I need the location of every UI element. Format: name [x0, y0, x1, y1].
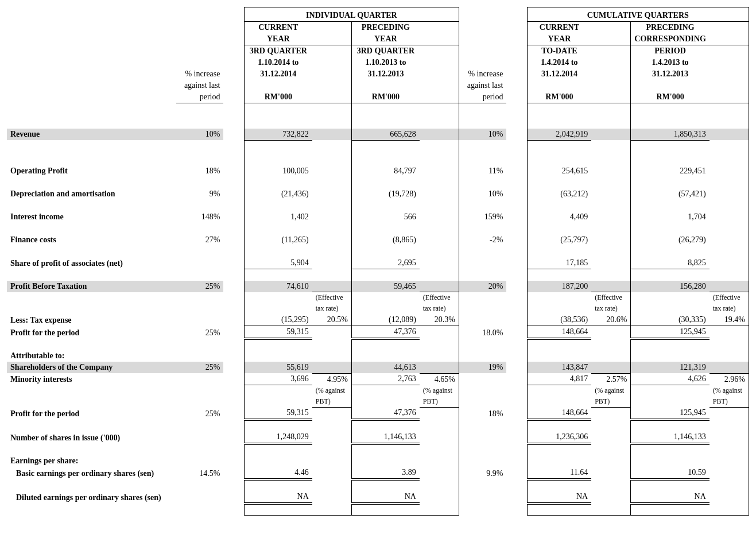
row-profit-period: Profit for the period 25% 59,315 47,376 …	[7, 326, 749, 339]
profit-cum-prec: 125,945	[631, 326, 710, 339]
header-ind-curr-range2: 31.12.2014	[244, 68, 312, 80]
row-revenue: Revenue 10% 732,822 665,628 10% 2,042,91…	[7, 129, 749, 141]
op-profit-cum-curr: 254,615	[527, 165, 591, 177]
header-against-last: against last	[176, 80, 224, 91]
profit-pct-ind: 25%	[176, 326, 224, 339]
sh-pct-ind: 25%	[176, 362, 224, 373]
header-cum-curr-range1: 1.4.2014 to	[527, 57, 591, 68]
op-profit-ind-prec: 84,797	[351, 165, 419, 177]
header-cum-prec-range2: 31.12.2013	[631, 68, 710, 80]
row-operating-profit: Operating Profit 18% 100,005 84,797 11% …	[7, 165, 749, 177]
fin-pct-cum: -2%	[459, 234, 506, 246]
pbt-pct-ind: 25%	[176, 281, 224, 292]
header-rm000-2: RM'000	[351, 91, 419, 103]
header-current: CURRENT	[244, 22, 312, 34]
min-cum-curr: 4,817	[527, 373, 591, 385]
eff-tax-label-1b: tax rate)	[312, 303, 352, 314]
pbt-ind-prec: 59,465	[351, 281, 419, 292]
header-current-2: CURRENT	[527, 22, 591, 34]
header-3rd-quarter-2: 3RD QUARTER	[351, 45, 419, 57]
financial-statement-table: INDIVIDUAL QUARTER CUMULATIVE QUARTERS C…	[7, 7, 749, 516]
header-preceding-2: PRECEDING	[631, 22, 710, 34]
basic-eps-pct-ind: 14.5%	[176, 467, 224, 479]
tax-cum-curr-rate: 20.6%	[591, 314, 631, 326]
header-rm000-1: RM'000	[244, 91, 312, 103]
revenue-cum-curr: 2,042,919	[527, 129, 591, 141]
basic-eps-cum-prec: 10.59	[631, 467, 710, 479]
label-tax-expense: Less: Tax expense	[7, 314, 176, 326]
min-ind-curr: 3,696	[244, 373, 312, 385]
profit-cum-curr: 148,664	[527, 326, 591, 339]
header-rm000-3: RM'000	[527, 91, 591, 103]
profit2-pct-ind: 25%	[176, 407, 224, 420]
header-year-2: YEAR	[351, 33, 419, 45]
row-diluted-eps: Diluted earnings per ordinary shares (se…	[7, 491, 749, 504]
pct-against-2a: (% against	[420, 385, 459, 396]
row-finance-costs: Finance costs 27% (11,265) (8,865) -2% (…	[7, 234, 749, 246]
label-basic-eps: Basic earnings per ordinary shares (sen)	[7, 467, 176, 479]
profit-pct-cum: 18.0%	[459, 326, 506, 339]
row-depreciation: Depreciation and amortisation 9% (21,436…	[7, 188, 749, 200]
tax-ind-curr: (15,295)	[244, 314, 312, 326]
header-period-word: period	[176, 91, 224, 103]
header-3rd-quarter: 3RD QUARTER	[244, 45, 312, 57]
label-revenue: Revenue	[7, 129, 176, 141]
dep-ind-prec: (19,728)	[351, 188, 419, 200]
profit2-cum-prec: 125,945	[631, 407, 710, 420]
header-corresponding: CORRESPONDING	[631, 33, 710, 45]
int-ind-prec: 566	[351, 211, 419, 223]
row-interest-income: Interest income 148% 1,402 566 159% 4,40…	[7, 211, 749, 223]
dep-pct-ind: 9%	[176, 188, 224, 200]
op-profit-pct-cum: 11%	[459, 165, 506, 177]
pct-against-4b: PBT)	[710, 396, 749, 408]
shares-ind-prec: 1,146,133	[351, 431, 419, 444]
revenue-pct-ind: 10%	[176, 129, 224, 141]
tax-ind-prec-rate: 20.3%	[420, 314, 459, 326]
label-diluted-eps: Diluted earnings per ordinary shares (se…	[7, 491, 176, 504]
row-eps-label: Earnings per share:	[7, 455, 749, 467]
tax-ind-curr-rate: 20.5%	[312, 314, 352, 326]
row-tax-expense: Less: Tax expense (15,295) 20.5% (12,089…	[7, 314, 749, 326]
int-cum-curr: 4,409	[527, 211, 591, 223]
label-profit-period: Profit for the period	[7, 326, 176, 339]
profit2-cum-curr: 148,664	[527, 407, 591, 420]
revenue-ind-curr: 732,822	[244, 129, 312, 141]
header-period: PERIOD	[631, 45, 710, 57]
sh-cum-curr: 143,847	[527, 362, 591, 373]
pbt-ind-curr: 74,610	[244, 281, 312, 292]
sh-ind-curr: 55,619	[244, 362, 312, 373]
assoc-ind-curr: 5,904	[244, 257, 312, 269]
int-ind-curr: 1,402	[244, 211, 312, 223]
profit-ind-prec: 47,376	[351, 326, 419, 339]
eff-tax-label-1a: (Effective	[312, 292, 352, 304]
min-ind-prec: 2,763	[351, 373, 419, 385]
basic-eps-ind-prec: 3.89	[351, 467, 419, 479]
pct-against-4a: (% against	[710, 385, 749, 396]
fin-pct-ind: 27%	[176, 234, 224, 246]
profit-ind-curr: 59,315	[244, 326, 312, 339]
tax-cum-prec-rate: 19.4%	[710, 314, 749, 326]
profit2-ind-curr: 59,315	[244, 407, 312, 420]
dep-cum-prec: (57,421)	[631, 188, 710, 200]
header-pct-increase: % increase	[176, 68, 224, 80]
row-shareholders: Shareholders of the Company 25% 55,619 4…	[7, 362, 749, 373]
sh-pct-cum: 19%	[459, 362, 506, 373]
header-cumulative-quarters: CUMULATIVE QUARTERS	[527, 10, 749, 22]
label-pbt: Profit Before Taxation	[7, 281, 176, 292]
dep-pct-cum: 10%	[459, 188, 506, 200]
shares-cum-curr: 1,236,306	[527, 431, 591, 444]
label-attributable: Attributable to:	[7, 350, 176, 362]
tax-ind-prec: (12,089)	[351, 314, 419, 326]
pct-against-3b: PBT)	[591, 396, 631, 408]
header-period-word-2: period	[459, 91, 506, 103]
eff-tax-label-4b: tax rate)	[710, 303, 749, 314]
fin-cum-curr: (25,797)	[527, 234, 591, 246]
revenue-cum-prec: 1,850,313	[631, 129, 710, 141]
min-cum-prec: 4,626	[631, 373, 710, 385]
assoc-cum-curr: 17,185	[527, 257, 591, 269]
row-num-shares: Number of shares in issue ('000) 1,248,0…	[7, 431, 749, 444]
eff-tax-label-2b: tax rate)	[420, 303, 459, 314]
profit2-ind-prec: 47,376	[351, 407, 419, 420]
label-share-associates: Share of profit of associates (net)	[7, 257, 176, 269]
header-ind-curr-range1: 1.10.2014 to	[244, 57, 312, 68]
